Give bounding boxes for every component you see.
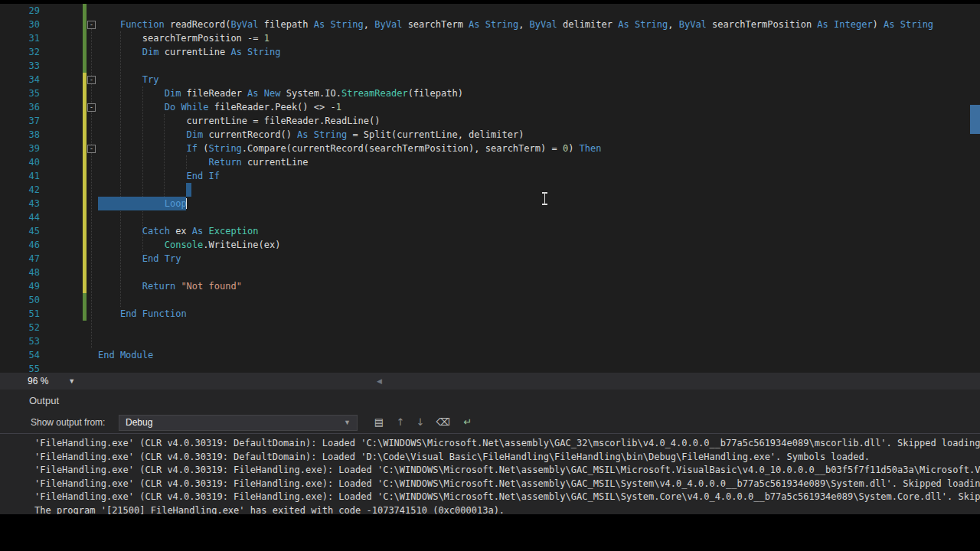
output-line: 'FileHandling.exe' (CLR v4.0.30319: File… bbox=[34, 464, 980, 478]
code-line[interactable]: 50 bbox=[0, 293, 980, 307]
code-line[interactable]: 39- If (String.Compare(currentRecord(sea… bbox=[0, 142, 980, 155]
code-text[interactable]: End Try bbox=[98, 252, 970, 266]
code-text[interactable]: Function readRecord(ByVal filepath As St… bbox=[98, 18, 970, 31]
code-text[interactable]: End If bbox=[98, 169, 970, 183]
line-number: 53 bbox=[0, 334, 40, 348]
change-tracking-bar bbox=[83, 31, 87, 45]
line-number: 44 bbox=[0, 210, 40, 224]
change-tracking-bar bbox=[83, 252, 87, 266]
go-to-next-message-icon[interactable]: ↓ bbox=[412, 414, 429, 431]
code-text[interactable] bbox=[98, 334, 970, 348]
code-line[interactable]: 52 bbox=[0, 321, 980, 334]
code-text[interactable]: searchTermPosition -= 1 bbox=[98, 31, 970, 45]
code-line[interactable]: 35 Dim fileReader As New System.IO.Strea… bbox=[0, 86, 980, 100]
change-tracking-bar bbox=[83, 210, 87, 224]
code-text[interactable] bbox=[98, 183, 970, 197]
code-line[interactable]: 31 searchTermPosition -= 1 bbox=[0, 31, 980, 45]
code-text[interactable]: End Module bbox=[98, 348, 970, 362]
change-tracking-bar bbox=[83, 197, 87, 210]
output-line: The program '[21500] FileHandling.exe' h… bbox=[34, 504, 980, 514]
hscrollbar-left-arrow-icon[interactable]: ◀ bbox=[377, 375, 382, 387]
code-line[interactable]: 41 End If bbox=[0, 169, 980, 183]
code-lines: 2930- Function readRecord(ByVal filepath… bbox=[0, 4, 980, 373]
code-text[interactable]: Return "Not found" bbox=[98, 279, 970, 293]
code-text[interactable]: Return currentLine bbox=[98, 155, 970, 169]
go-to-previous-message-icon[interactable]: ↑ bbox=[392, 414, 409, 431]
change-tracking-bar bbox=[83, 293, 87, 307]
output-text-area[interactable]: 'FileHandling.exe' (CLR v4.0.30319: Defa… bbox=[0, 434, 980, 514]
code-line[interactable]: 48 bbox=[0, 266, 980, 279]
code-line[interactable]: 42 bbox=[0, 183, 980, 197]
line-number: 55 bbox=[0, 362, 40, 373]
change-tracking-bar bbox=[83, 4, 87, 18]
code-editor[interactable]: 2930- Function readRecord(ByVal filepath… bbox=[0, 4, 980, 373]
output-panel-title: Output bbox=[29, 395, 59, 406]
change-tracking-bar bbox=[83, 73, 87, 86]
line-number: 40 bbox=[0, 155, 40, 169]
code-line[interactable]: 44 bbox=[0, 210, 980, 224]
code-text[interactable]: Do While fileReader.Peek() <> -1 bbox=[98, 100, 970, 114]
code-line[interactable]: 29 bbox=[0, 4, 980, 18]
code-text[interactable]: Catch ex As Exception bbox=[98, 224, 970, 238]
code-text[interactable] bbox=[98, 4, 970, 18]
line-number: 29 bbox=[0, 4, 40, 18]
code-line[interactable]: 45 Catch ex As Exception bbox=[0, 224, 980, 238]
show-output-from-dropdown[interactable]: Debug ▼ bbox=[119, 415, 358, 431]
code-text[interactable] bbox=[98, 59, 970, 73]
line-number: 30 bbox=[0, 18, 40, 31]
code-line[interactable]: 53 bbox=[0, 334, 980, 348]
line-number: 42 bbox=[0, 183, 40, 197]
code-text[interactable]: currentLine = fileReader.ReadLine() bbox=[98, 114, 970, 128]
code-line[interactable]: 30- Function readRecord(ByVal filepath A… bbox=[0, 18, 980, 31]
code-line[interactable]: 34- Try bbox=[0, 73, 980, 86]
output-line: 'FileHandling.exe' (CLR v4.0.30319: Defa… bbox=[34, 437, 980, 451]
code-text[interactable]: Try bbox=[98, 73, 970, 86]
code-text[interactable]: Dim fileReader As New System.IO.StreamRe… bbox=[98, 86, 970, 100]
code-line[interactable]: 32 Dim currentLine As String bbox=[0, 45, 980, 59]
code-line[interactable]: 46 Console.WriteLine(ex) bbox=[0, 238, 980, 252]
code-line[interactable]: 55 bbox=[0, 362, 980, 373]
code-line[interactable]: 47 End Try bbox=[0, 252, 980, 266]
fold-collapse-icon[interactable]: - bbox=[87, 76, 96, 84]
code-line[interactable]: 40 Return currentLine bbox=[0, 155, 980, 169]
code-text[interactable]: Dim currentLine As String bbox=[98, 45, 970, 59]
zoom-control[interactable]: 96 % ▼ bbox=[23, 373, 80, 390]
toggle-word-wrap-icon[interactable]: ↵ bbox=[459, 414, 476, 431]
chevron-down-icon: ▼ bbox=[344, 416, 351, 430]
line-number: 52 bbox=[0, 321, 40, 334]
change-tracking-bar bbox=[83, 18, 87, 31]
fold-collapse-icon[interactable]: - bbox=[87, 21, 96, 29]
code-text[interactable]: Console.WriteLine(ex) bbox=[98, 238, 970, 252]
find-message-icon[interactable]: ▤ bbox=[371, 414, 387, 431]
code-text[interactable] bbox=[98, 266, 970, 279]
code-text[interactable]: Loop bbox=[98, 197, 970, 210]
line-number: 48 bbox=[0, 266, 40, 279]
output-line: 'FileHandling.exe' (CLR v4.0.30319: File… bbox=[34, 478, 980, 491]
fold-collapse-icon[interactable]: - bbox=[87, 103, 96, 112]
change-tracking-bar bbox=[83, 155, 87, 169]
line-number: 46 bbox=[0, 238, 40, 252]
code-line[interactable]: 36- Do While fileReader.Peek() <> -1 bbox=[0, 100, 980, 114]
code-text[interactable]: Dim currentRecord() As String = Split(cu… bbox=[98, 128, 970, 142]
code-line[interactable]: 54End Module bbox=[0, 348, 980, 362]
line-number: 35 bbox=[0, 86, 40, 100]
code-text[interactable]: End Function bbox=[98, 307, 970, 321]
scrollbar-selection-marker[interactable] bbox=[970, 105, 980, 134]
code-line[interactable]: 37 currentLine = fileReader.ReadLine() bbox=[0, 114, 980, 128]
change-tracking-bar bbox=[83, 45, 87, 59]
code-text[interactable] bbox=[98, 362, 970, 373]
clear-all-icon[interactable]: ⌫ bbox=[435, 414, 452, 431]
code-line[interactable]: 43 Loop bbox=[0, 197, 980, 210]
code-line[interactable]: 49 Return "Not found" bbox=[0, 279, 980, 293]
code-text[interactable] bbox=[98, 293, 970, 307]
code-line[interactable]: 51 End Function bbox=[0, 307, 980, 321]
code-text[interactable] bbox=[98, 210, 970, 224]
fold-collapse-icon[interactable]: - bbox=[87, 145, 96, 153]
code-text[interactable]: If (String.Compare(currentRecord(searchT… bbox=[98, 142, 970, 155]
code-line[interactable]: 38 Dim currentRecord() As String = Split… bbox=[0, 128, 980, 142]
code-line[interactable]: 33 bbox=[0, 59, 980, 73]
line-number: 45 bbox=[0, 224, 40, 238]
output-line: 'FileHandling.exe' (CLR v4.0.30319: File… bbox=[34, 491, 980, 504]
change-tracking-bar bbox=[83, 183, 87, 197]
code-text[interactable] bbox=[98, 321, 970, 334]
